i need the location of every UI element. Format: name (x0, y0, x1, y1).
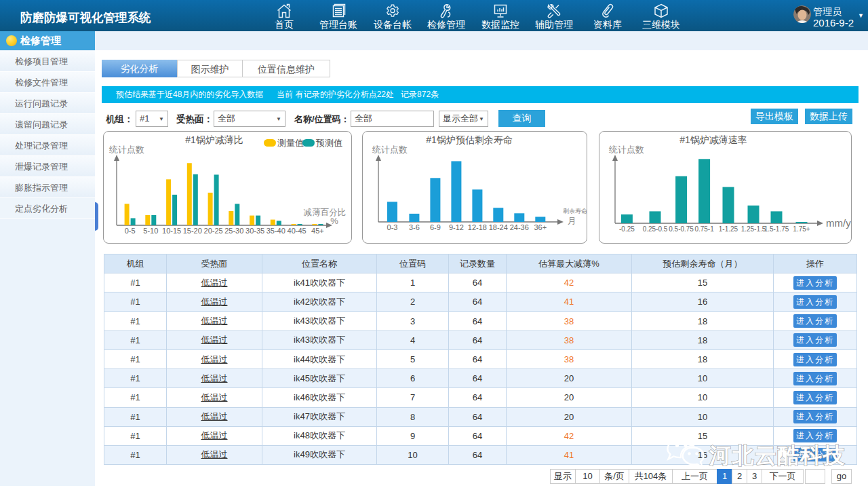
svg-text:#1锅炉减薄比: #1锅炉减薄比 (185, 134, 243, 145)
svg-text:统计点数: 统计点数 (608, 145, 644, 155)
svg-text:1.25-1.5: 1.25-1.5 (741, 225, 766, 233)
svg-text:1.5-1.75: 1.5-1.75 (764, 225, 789, 233)
svg-text:5-10: 5-10 (143, 227, 158, 235)
svg-text:河北云酷科技: 河北云酷科技 (709, 443, 846, 468)
svg-text:25-30: 25-30 (224, 227, 243, 235)
svg-text:1-1.25: 1-1.25 (719, 225, 738, 233)
svg-text:mm/y: mm/y (826, 217, 851, 229)
svg-text:测量值: 测量值 (277, 138, 304, 148)
svg-text:-0.25: -0.25 (619, 225, 635, 233)
svg-text:减薄百分比: 减薄百分比 (304, 208, 347, 217)
svg-text:15-20: 15-20 (183, 227, 202, 235)
svg-text:0-5: 0-5 (125, 227, 136, 235)
svg-text:24-36: 24-36 (510, 223, 529, 231)
svg-text:6-9: 6-9 (430, 223, 441, 231)
svg-text:10-15: 10-15 (162, 227, 181, 235)
svg-text:20-25: 20-25 (204, 227, 223, 235)
svg-text:%: % (330, 216, 338, 226)
svg-text:0.75-1: 0.75-1 (694, 225, 714, 233)
svg-text:#1锅炉预估剩余寿命: #1锅炉预估剩余寿命 (426, 134, 513, 145)
svg-text:35-40: 35-40 (267, 227, 285, 235)
svg-text:0.5-0.75: 0.5-0.75 (669, 225, 694, 233)
svg-text:剩余寿命: 剩余寿命 (563, 208, 587, 214)
svg-text:12-18: 12-18 (468, 223, 487, 231)
svg-text:9-12: 9-12 (449, 223, 464, 231)
svg-text:统计点数: 统计点数 (108, 145, 144, 155)
svg-text:月: 月 (568, 216, 576, 226)
svg-text:18-24: 18-24 (489, 223, 508, 231)
svg-text:40-45: 40-45 (288, 227, 307, 235)
svg-text:统计点数: 统计点数 (372, 145, 408, 155)
svg-text:36+: 36+ (534, 223, 547, 231)
svg-text:0-3: 0-3 (387, 223, 398, 231)
svg-text:预测值: 预测值 (315, 138, 342, 148)
svg-text:45+: 45+ (311, 227, 324, 235)
svg-text:#1锅炉减薄速率: #1锅炉减薄速率 (679, 134, 747, 145)
svg-text:1.75+: 1.75+ (793, 225, 810, 233)
svg-text:3-6: 3-6 (409, 223, 420, 231)
svg-text:0.25-0.5: 0.25-0.5 (643, 225, 668, 233)
svg-text:30-35: 30-35 (245, 227, 264, 235)
